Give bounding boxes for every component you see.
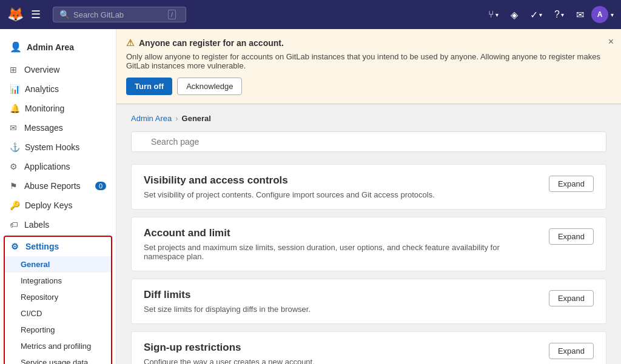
abuse-reports-icon: ⚑ [10, 181, 19, 191]
sidebar-item-abuse-reports[interactable]: ⚑ Abuse Reports 0 [0, 176, 116, 196]
messages-icon: ✉ [10, 123, 19, 133]
sidebar-item-settings[interactable]: ⚙ Settings [5, 237, 111, 256]
sidebar-sub-item-integrations[interactable]: Integrations [5, 273, 111, 289]
section-account-limit-desc: Set projects and maximum size limits, se… [144, 243, 539, 261]
sub-item-label: Reporting [21, 325, 55, 334]
sidebar-item-monitoring[interactable]: 🔔 Monitoring [0, 99, 116, 118]
overview-icon: ⊞ [10, 65, 19, 74]
sub-item-label: Service usage data [21, 358, 88, 364]
section-diff-limits-content: Diff limits Set size limits for displayi… [144, 289, 539, 314]
analytics-icon: 📊 [10, 84, 20, 94]
sidebar-item-deploy-keys[interactable]: 🔑 Deploy Keys [0, 196, 116, 215]
sidebar-sub-item-general[interactable]: General [5, 256, 111, 273]
search-bar[interactable]: 🔍 / [53, 7, 186, 22]
navbar: 🦊 ☰ 🔍 / ⑂ ▾ ◈ ✓ ▾ ? ▾ ✉ A ▾ [0, 0, 621, 29]
todos-button[interactable]: ✓ ▾ [525, 5, 547, 24]
abuse-reports-badge: 0 [95, 182, 106, 190]
sidebar-item-system-hooks[interactable]: ⚓ System Hooks [0, 137, 116, 157]
sidebar-sub-item-cicd[interactable]: CI/CD [5, 305, 111, 322]
section-visibility-content: Visibility and access controls Set visib… [144, 174, 539, 199]
search-input[interactable] [73, 10, 164, 19]
sidebar-item-label: Monitoring [25, 104, 64, 113]
search-page-wrap: 🔍 [131, 131, 606, 152]
navbar-left: 🦊 ☰ 🔍 / [7, 5, 186, 24]
navbar-right: ⑂ ▾ ◈ ✓ ▾ ? ▾ ✉ A ▾ [483, 5, 614, 24]
applications-icon: ⚙ [10, 162, 19, 171]
search-page-input[interactable] [131, 131, 606, 152]
sub-item-label: Metrics and profiling [21, 342, 91, 351]
section-diff-limits-desc: Set size limits for displaying diffs in … [144, 305, 539, 314]
search-slash: / [168, 10, 176, 19]
breadcrumb-separator: › [175, 114, 178, 123]
sidebar-item-label: Messages [24, 123, 63, 133]
section-diff-limits-expand[interactable]: Expand [549, 290, 594, 306]
gitlab-logo[interactable]: 🦊 [7, 7, 24, 22]
settings-icon: ⚙ [11, 242, 21, 251]
sidebar-sub-item-service-usage[interactable]: Service usage data [5, 354, 111, 364]
sub-item-label: Repository [21, 293, 58, 302]
search-icon: 🔍 [59, 10, 70, 19]
alert-warning-icon: ⚠ [126, 38, 134, 48]
sidebar-item-applications[interactable]: ⚙ Applications [0, 157, 116, 176]
hamburger-icon[interactable]: ☰ [29, 5, 43, 24]
monitoring-icon: 🔔 [10, 104, 20, 113]
sub-item-label: Integrations [21, 276, 62, 285]
sidebar-item-label: Labels [24, 220, 49, 230]
breadcrumb: Admin Area › General [131, 114, 606, 123]
section-diff-limits-title: Diff limits [144, 289, 539, 301]
sidebar-item-overview[interactable]: ⊞ Overview [0, 60, 116, 79]
main-content: ⚠ Anyone can register for an account. On… [116, 29, 621, 364]
sidebar-item-labels[interactable]: 🏷 Labels [0, 215, 116, 234]
section-visibility-title: Visibility and access controls [144, 174, 539, 187]
help-button[interactable]: ? ▾ [549, 5, 569, 24]
breadcrumb-current: General [182, 114, 211, 123]
issues-button[interactable]: ◈ [506, 5, 523, 24]
sidebar-item-messages[interactable]: ✉ Messages [0, 118, 116, 137]
section-account-limit-expand[interactable]: Expand [549, 228, 594, 245]
sidebar-item-label: Settings [25, 242, 59, 251]
alert-title: ⚠ Anyone can register for an account. [126, 38, 609, 48]
sidebar-item-label: System Hooks [25, 142, 79, 152]
sidebar-sub-item-reporting[interactable]: Reporting [5, 322, 111, 338]
sidebar-sub-item-metrics[interactable]: Metrics and profiling [5, 338, 111, 354]
avatar-caret: ▾ [611, 12, 614, 18]
section-signup-restrictions-expand[interactable]: Expand [549, 343, 594, 359]
sidebar-title: Admin Area [27, 42, 74, 52]
sidebar-sub-item-repository[interactable]: Repository [5, 289, 111, 305]
labels-icon: 🏷 [10, 220, 19, 230]
merge-requests-button[interactable]: ⑂ ▾ [483, 5, 503, 24]
section-account-limit: Account and limit Set projects and maxim… [131, 217, 606, 271]
alert-actions: Turn off Acknowledge [126, 78, 609, 95]
sidebar: 👤 Admin Area ⊞ Overview 📊 Analytics 🔔 Mo… [0, 29, 116, 364]
sidebar-header: 👤 Admin Area [0, 36, 116, 60]
section-visibility-desc: Set visibility of project contents. Conf… [144, 190, 539, 199]
alert-title-text: Anyone can register for an account. [139, 38, 284, 48]
deploy-keys-icon: 🔑 [10, 200, 20, 210]
system-hooks-icon: ⚓ [10, 142, 20, 152]
section-diff-limits: Diff limits Set size limits for displayi… [131, 279, 606, 324]
alert-text: Only allow anyone to register for accoun… [126, 52, 609, 70]
sidebar-item-label: Deploy Keys [25, 200, 73, 210]
section-account-limit-content: Account and limit Set projects and maxim… [144, 227, 539, 261]
alert-close-button[interactable]: × [608, 36, 614, 47]
content-area: Admin Area › General 🔍 Visibility and ac… [116, 104, 621, 364]
sidebar-item-label: Applications [24, 162, 70, 171]
breadcrumb-parent[interactable]: Admin Area [131, 114, 172, 123]
avatar[interactable]: A [591, 6, 608, 23]
email-button[interactable]: ✉ [571, 5, 589, 24]
section-account-limit-title: Account and limit [144, 227, 539, 239]
section-signup-restrictions: Sign-up restrictions Configure the way a… [131, 331, 606, 364]
alert-banner: ⚠ Anyone can register for an account. On… [116, 29, 621, 104]
section-visibility: Visibility and access controls Set visib… [131, 164, 606, 210]
section-visibility-expand[interactable]: Expand [549, 176, 594, 192]
acknowledge-button[interactable]: Acknowledge [177, 78, 242, 95]
sidebar-item-label: Abuse Reports [24, 181, 81, 191]
section-signup-restrictions-content: Sign-up restrictions Configure the way a… [144, 342, 539, 364]
settings-group: ⚙ Settings General Integrations Reposito… [4, 236, 112, 364]
admin-area-icon: 👤 [10, 41, 22, 53]
section-signup-restrictions-title: Sign-up restrictions [144, 342, 539, 354]
turn-off-button[interactable]: Turn off [126, 78, 172, 95]
section-signup-restrictions-desc: Configure the way a user creates a new a… [144, 357, 539, 364]
sub-item-label: General [21, 260, 50, 269]
sidebar-item-analytics[interactable]: 📊 Analytics [0, 79, 116, 99]
